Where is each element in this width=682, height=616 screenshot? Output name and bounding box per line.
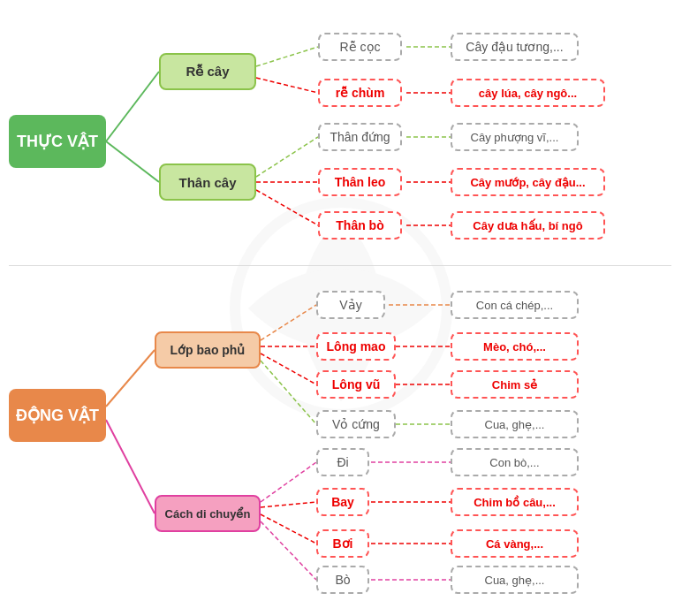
- dongvat-node: ĐỘNG VẬT: [9, 389, 106, 442]
- long-vu-box: Lông vũ: [316, 370, 396, 399]
- than-leo-box: Thân leo: [318, 168, 402, 196]
- dongvat-label: ĐỘNG VẬT: [16, 406, 99, 425]
- than-dung-label: Thân đứng: [330, 130, 390, 144]
- bo-label: Bò: [335, 573, 350, 587]
- lop-bao-phu-node: Lớp bao phủ: [155, 331, 261, 369]
- ca-vang-box: Cá vàng,...: [451, 529, 579, 558]
- thucvat-label: THỰC VẬT: [17, 132, 98, 151]
- svg-line-3: [256, 47, 318, 66]
- cach-di-chuyen-node: Cách di chuyển: [155, 495, 261, 532]
- vay-label: Vảy: [339, 298, 361, 312]
- cua-ghe-lbp-box: Cua, ghẹ,...: [451, 410, 579, 438]
- boi-box: Bơi: [316, 529, 369, 558]
- than-bo-label: Thân bò: [336, 218, 383, 232]
- cay-lua-label: cây lúa, cây ngô...: [479, 87, 577, 100]
- svg-line-13: [106, 350, 155, 407]
- section-divider: [9, 265, 671, 266]
- vo-cung-label: Vỏ cứng: [332, 417, 380, 431]
- re-coc-label: Rễ cọc: [340, 40, 381, 54]
- than-dung-box: Thân đứng: [318, 123, 402, 151]
- cua-ghe-lbp-label: Cua, ghẹ,...: [485, 418, 545, 431]
- cay-muop-box: Cây mướp, cây đậu...: [451, 168, 605, 196]
- vay-box: Vảy: [316, 291, 385, 319]
- cach-di-chuyen-label: Cách di chuyển: [165, 507, 251, 521]
- than-cay-label: Thân cây: [178, 175, 236, 190]
- cua-ghe-cdc-box: Cua, ghẹ,...: [451, 566, 579, 594]
- svg-line-24: [261, 502, 316, 507]
- re-coc-box: Rễ cọc: [318, 33, 402, 61]
- lop-bao-phu-label: Lớp bao phủ: [170, 343, 246, 357]
- cay-lua-box: cây lúa, cây ngô...: [451, 79, 605, 107]
- thucvat-node: THỰC VẬT: [9, 115, 106, 168]
- meo-cho-box: Mèo, chó,...: [451, 332, 579, 361]
- long-mao-box: Lông mao: [316, 332, 396, 361]
- svg-line-4: [256, 78, 318, 93]
- bo-box: Bò: [316, 566, 369, 594]
- cay-phuong-vi-label: Cây phượng vĩ,...: [471, 131, 559, 144]
- re-cay-node: Rễ cây: [159, 53, 256, 90]
- cay-muop-label: Cây mướp, cây đậu...: [470, 176, 585, 189]
- cay-phuong-vi-box: Cây phượng vĩ,...: [451, 123, 579, 151]
- svg-line-2: [106, 141, 159, 182]
- svg-line-1: [106, 72, 159, 141]
- than-bo-box: Thân bò: [318, 211, 402, 240]
- svg-line-25: [261, 514, 316, 544]
- di-label: Đi: [337, 455, 348, 469]
- chim-bo-cau-box: Chim bồ câu,...: [451, 488, 579, 516]
- diagram-container: THỰC VẬT Rễ cây Thân cây Rễ cọc rễ chùm …: [0, 0, 682, 616]
- boi-label: Bơi: [333, 536, 353, 551]
- chim-bo-cau-label: Chim bồ câu,...: [474, 496, 556, 509]
- cay-dua-hau-box: Cây dưa hấu, bí ngô: [451, 211, 605, 240]
- svg-line-14: [106, 420, 155, 513]
- vo-cung-box: Vỏ cứng: [316, 410, 396, 438]
- cay-dua-hau-label: Cây dưa hấu, bí ngô: [473, 219, 582, 232]
- chim-se-box: Chim sẻ: [451, 370, 579, 399]
- con-ca-chep-label: Con cá chép,...: [476, 299, 553, 312]
- svg-line-26: [261, 521, 316, 580]
- re-chum-box: rễ chùm: [318, 79, 402, 107]
- ca-vang-label: Cá vàng,...: [486, 537, 543, 551]
- svg-line-7: [256, 137, 318, 177]
- bay-box: Bay: [316, 488, 369, 516]
- re-chum-label: rễ chùm: [336, 86, 385, 100]
- bay-label: Bay: [331, 495, 354, 509]
- long-vu-label: Lông vũ: [332, 377, 380, 392]
- cay-dau-tuong-box: Cây đậu tương,...: [451, 33, 579, 61]
- meo-cho-label: Mèo, chó,...: [483, 340, 546, 354]
- re-cay-label: Rễ cây: [186, 64, 229, 80]
- cua-ghe-cdc-label: Cua, ghẹ,...: [485, 574, 545, 587]
- cay-dau-tuong-label: Cây đậu tương,...: [466, 40, 563, 54]
- con-bo-label: Con bò,...: [489, 456, 539, 469]
- than-cay-node: Thân cây: [159, 164, 256, 201]
- con-ca-chep-box: Con cá chép,...: [451, 291, 579, 319]
- than-leo-label: Thân leo: [335, 175, 386, 189]
- di-box: Đi: [316, 448, 369, 476]
- chim-se-label: Chim sẻ: [492, 378, 537, 392]
- con-bo-box: Con bò,...: [451, 448, 579, 476]
- long-mao-label: Lông mao: [327, 339, 386, 354]
- svg-line-23: [261, 462, 316, 502]
